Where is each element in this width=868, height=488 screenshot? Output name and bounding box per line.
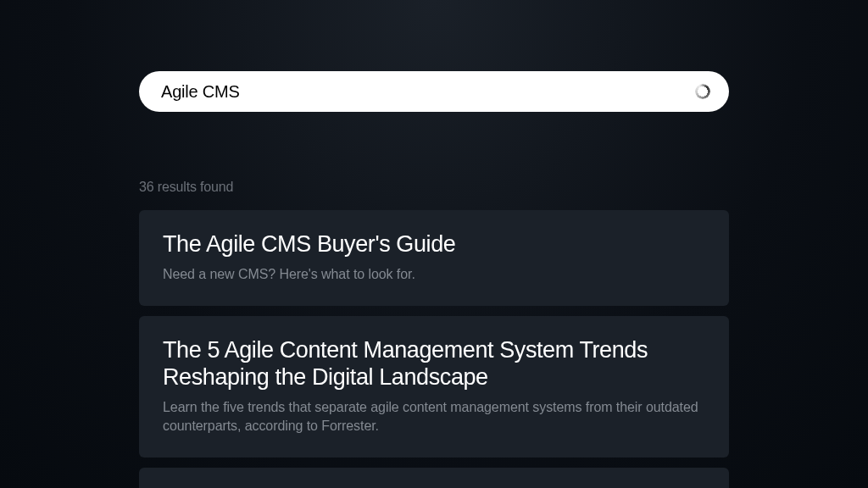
result-card[interactable]: The 5 Agile Content Management System Tr… xyxy=(139,316,729,458)
result-description: Need a new CMS? Here's what to look for. xyxy=(163,265,705,284)
result-title: The Agile CMS Buyer's Guide xyxy=(163,230,705,258)
result-card[interactable]: We're Proud to Be a "Strong Performer" i… xyxy=(139,468,729,488)
search-input[interactable] xyxy=(161,82,695,102)
loading-spinner-icon xyxy=(695,84,710,99)
result-title: The 5 Agile Content Management System Tr… xyxy=(163,336,705,392)
results-count: 36 results found xyxy=(139,180,729,195)
search-bar[interactable] xyxy=(139,71,729,112)
search-page: 36 results found The Agile CMS Buyer's G… xyxy=(0,0,868,488)
result-description: Learn the five trends that separate agil… xyxy=(163,398,705,435)
result-card[interactable]: The Agile CMS Buyer's Guide Need a new C… xyxy=(139,210,729,306)
